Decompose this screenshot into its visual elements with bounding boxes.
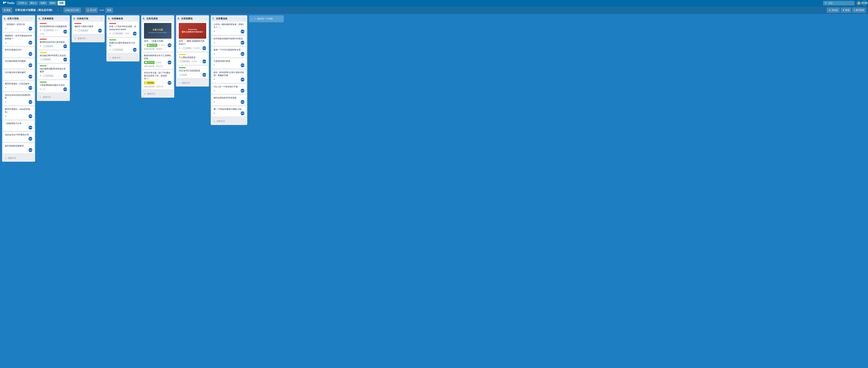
card[interactable]: 2021读书计划进度跟进🕐 11/16CODER [177,66,208,78]
card[interactable]: 视频制作：技术书籍该如何有效阅读？👁CODER [3,33,34,46]
card-member-avatar[interactable]: CODER [63,87,67,91]
column-menu-button[interactable]: ··· [242,17,246,21]
card[interactable]: 时间管理和任务计划视频录制👁🕐 10月31日☑ 1☑ 4/6CODER [38,22,69,36]
card-member-avatar[interactable]: CODER [241,78,245,82]
card[interactable]: 大盘情况例行跟进👁CODER [212,58,246,68]
card-member-avatar[interactable]: CODER [133,32,137,35]
recent-button[interactable]: 最近 ▾ [29,1,38,5]
search-input[interactable] [829,2,853,4]
card-member-avatar[interactable]: CODER [167,44,172,47]
card[interactable]: 编程学习资料大整理👁🕐 10月29日CODER [73,22,104,34]
card-member-avatar[interactable]: CODER [29,148,32,152]
card[interactable]: Spring Boot PDF教程分享CODER [3,132,34,142]
workspace-button[interactable]: 工作区 ▾ [17,1,28,5]
card-member-avatar[interactable]: CODER [167,81,172,85]
card-member-avatar[interactable]: CODER [241,52,245,56]
card[interactable]: 查阅一下XXX方面资料和文章👁CODER [212,47,246,57]
card-member-avatar[interactable]: CODER [29,137,32,141]
card[interactable]: 整理开源项目（C语言版本）👁CODER [3,81,34,91]
card[interactable]: 整理开源项目（Java语言版本）👁CODER [3,106,34,120]
add-card-button[interactable]: ＋ 添加卡片 [212,119,246,124]
card-member-avatar[interactable]: CODER [29,114,32,118]
column-menu-button[interactable]: ··· [30,17,33,21]
workspace-link-button[interactable]: coder 的工作区 [63,7,81,13]
card-member-avatar[interactable]: CODER [29,27,32,30]
add-card-button[interactable]: ＋ 添加卡片 [177,80,208,85]
invite-button[interactable]: 邀请 [105,7,113,13]
card[interactable]: 个人网站进度跟进🕐 10月29日☑ 0/10CODER [177,53,208,65]
user-avatar[interactable]: CODER [862,1,867,5]
card[interactable]: 非暴力沟通Nonviolent Communication读书：《非暴力沟通》👁… [142,22,173,52]
starred-button[interactable]: 加星▾ [39,1,48,5]
card-member-avatar[interactable]: CODER [29,75,32,79]
card-member-avatar[interactable]: CODER [241,41,245,45]
card-member-avatar[interactable]: CODER [29,52,32,56]
card-member-avatar[interactable]: CODER [241,89,245,93]
card[interactable]: XXX项目单元测试编写CODER [3,69,34,80]
card-member-avatar[interactable]: CODER [98,29,102,33]
visibility-button[interactable]: 🔒 非公开 [85,7,98,13]
card-member-avatar[interactable]: CODER [241,111,245,115]
board-star-icon[interactable]: ☆ [57,9,59,11]
card[interactable]: 前后端分离API管理工具总结🕐 10月28日CODER [38,51,69,63]
add-card-button[interactable]: ＋ 添加卡片 [3,155,34,161]
card-member-avatar[interactable]: CODER [63,58,67,61]
card-member-avatar[interactable]: CODER [167,61,172,64]
card-member-avatar[interactable]: CODER [29,86,32,90]
app-logo[interactable]: Trello [1,1,16,5]
card[interactable]: 预约这周末的羽毛球场地👁CODER [212,95,246,105]
card-member-avatar[interactable]: CODER [241,100,245,104]
filter-button[interactable]: ▼ 筛选 [841,7,851,13]
board-member-avatar[interactable]: CODER [99,8,104,12]
notification-button[interactable]: 🔔 [857,1,861,5]
column-menu-button[interactable]: ··· [64,17,68,21]
card[interactable]: 计算机网络面试题目大总结👁☑ 1CODER [38,80,69,93]
card[interactable]: nginx服务器配置清单备忘录整理👁🕐 10月30日CODER [38,64,69,79]
card[interactable]: 二刷猿壁纸大分享CODER [3,121,34,131]
automate-button[interactable]: ⚡ 自动化 [827,7,840,13]
board-view-button[interactable]: ⊞ 看板 [2,7,12,13]
card[interactable]: 公司负一楼快速柜拿快递（滞留2天了...）👁CODER [212,22,246,35]
card-member-avatar[interactable]: CODER [29,63,32,67]
card[interactable]: 给外场老张发邮件说明XXX情况👁CODER [212,36,246,46]
card-member-avatar[interactable]: CODER [29,126,32,130]
card-member-avatar[interactable]: CODER [203,60,206,63]
column-menu-button[interactable]: ··· [169,17,173,21]
board-title[interactable]: 日常任务计划看板（简化后示例） [13,8,56,12]
card-member-avatar[interactable]: CODER [203,46,206,50]
card[interactable]: 高频Linux操作系统命令大总结👁🕐 10月22日CODER [107,38,138,53]
card[interactable]: 整理简历技术词汇拼写规范👁🕐 10月29日CODER [38,37,69,50]
templates-button[interactable]: 模板▾ [48,1,57,5]
add-card-button[interactable]: ＋ 添加卡片 [107,55,138,60]
card-member-avatar[interactable]: CODER [133,48,137,52]
card[interactable]: 操作系统面试题整理CODER [3,143,34,153]
card[interactable]: 撸一下Mate40换屏大概多少钱👁CODER [212,106,246,117]
card[interactable]: Refactoring重构 改善既有代码的设计读书：《重构-改善既有代码的设计》… [177,22,208,52]
card-member-avatar[interactable]: CODER [63,30,67,34]
card-member-avatar[interactable]: CODER [63,45,67,48]
card-member-avatar[interactable]: CODER [241,30,245,33]
card[interactable]: Spring Boot启动过程源码剖析👁CODER [3,92,34,106]
show-menu-button[interactable]: ≡ 显示菜单 [852,7,866,13]
card-member-avatar[interactable]: CODER [63,74,67,78]
add-column-button[interactable]: ＋ ＋ 添加另一个列表 [249,15,284,22]
card[interactable]: X宝上买一个秋冬骑行手套👁CODER [212,84,246,94]
column-menu-button[interactable]: ··· [134,17,138,21]
add-card-button[interactable]: ＋ 添加卡片 [73,36,104,41]
card[interactable]: XXX项目模块代码重构CODER [3,58,34,68]
card[interactable]: 封装一个流水号ID生成器：id-spring-boot-starter👁🕐 10… [107,22,138,37]
card-member-avatar[interactable]: CODER [29,100,32,104]
card-member-avatar[interactable]: CODER [203,73,206,77]
card[interactable]: 《软技能2》读书计划👁CODER [3,22,34,32]
create-button[interactable]: 创建 [58,1,65,5]
add-card-button[interactable]: ＋ 添加卡片 [38,95,69,100]
card-member-avatar[interactable]: CODER [29,41,32,45]
column-menu-button[interactable]: ··· [99,17,103,21]
add-card-button[interactable]: ＋ 添加卡片 [142,91,173,96]
card-member-avatar[interactable]: CODER [241,63,245,67]
card[interactable]: 经历分享主题《读了7年通信最后还是转了码，这值得吗？》🕐 10月6日CODER实… [142,70,173,89]
column-menu-button[interactable]: ··· [204,17,207,21]
search-bar[interactable]: 🔍 [823,1,855,5]
card[interactable]: 研究开源项目XXXCODER [3,47,34,57]
card[interactable]: 数据结构和算法学习工具网站归纳🕐 8月16日☑ 0/10CODER实际完成日期：… [142,53,173,69]
